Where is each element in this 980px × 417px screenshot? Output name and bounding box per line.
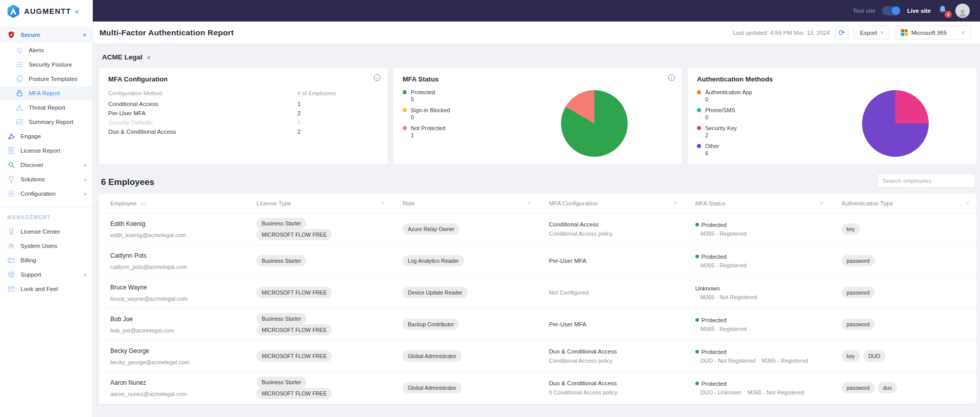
sidebar-item-solutions[interactable]: Solutions› [0, 172, 92, 186]
config-table-header: Configuration Method # of Employees [108, 90, 378, 96]
sidebar-item-billing[interactable]: Billing [0, 253, 92, 267]
chevron-down-icon[interactable]: ˅ [966, 200, 969, 206]
sidebar-item-license-report[interactable]: License Report [0, 143, 92, 158]
legend-entry: Not Protected1 [403, 125, 516, 138]
config-row: Conditional Access1 [108, 101, 378, 107]
billing-icon [7, 256, 15, 264]
employee-email: becky_george@acmelegal.com [110, 359, 238, 365]
header-actions: Last updated: 4:59 PM Mar. 13, 2024 ⟳ Ex… [733, 26, 971, 39]
sidebar-item-discover[interactable]: Discover› [0, 158, 92, 172]
column-header-role[interactable]: Role˅ [391, 194, 537, 213]
column-header-authentication-type[interactable]: Authentication Type˅ [830, 194, 976, 213]
sidebar-item-threat-report[interactable]: Threat Report [0, 100, 92, 115]
mfa-config-value: Per-User MFA [549, 258, 676, 264]
sidebar-item-system-users[interactable]: System Users [0, 239, 92, 253]
augmentt-logo-icon [6, 4, 21, 18]
sidebar-item-license-center[interactable]: License Center [0, 224, 92, 239]
mfa-config-cell: Duo & Conditional AccessConditional Acce… [537, 340, 684, 372]
license-cell: Business Starter [245, 245, 391, 277]
employees-table-card: Employee ↓↑License Type˅Role˅MFA Configu… [99, 194, 976, 404]
info-icon[interactable]: i [374, 74, 381, 81]
mfa-status-cell: ProtectedDUO - Not RegisteredM365 - Regi… [684, 340, 830, 372]
pages-icon [15, 75, 24, 83]
sidebar-item-label: License Center [21, 228, 86, 235]
role-cell: Log Analytics Reader [391, 245, 537, 277]
sort-ascending-icon[interactable]: ↑ [144, 201, 147, 206]
sidebar-item-secure[interactable]: Secure˅ [0, 27, 92, 43]
status-registration: M365 - Registered [762, 358, 808, 364]
sort-descending-icon[interactable]: ↓ [141, 201, 144, 206]
config-row: Per-User MFA2 [108, 110, 378, 116]
sidebar-item-support[interactable]: Support› [0, 267, 92, 282]
sidebar: AUGMENTT « Secure˅AlertsSecurity Posture… [0, 0, 93, 417]
search-green-icon [7, 161, 15, 169]
column-header-license-type[interactable]: License Type˅ [245, 194, 391, 213]
mfa-status-cell: ProtectedM365 - Registered [684, 308, 830, 340]
chevron-down-icon[interactable]: ˅ [820, 200, 823, 206]
legend-dot [697, 90, 701, 94]
sidebar-item-look-and-feel[interactable]: Look and Feel [0, 282, 92, 296]
mfa-status-cell: UnknownM365 - Not Registered [684, 277, 830, 308]
status-registration: M365 - Not Registered [701, 294, 757, 300]
column-header-mfa-status[interactable]: MFA Status˅ [684, 194, 830, 213]
export-button[interactable]: Export ˅ [854, 26, 890, 39]
mfa-config-value: Duo & Conditional Access [549, 348, 676, 355]
status-dot [695, 223, 699, 226]
status-registration: M365 - Not Registered [748, 389, 805, 395]
employee-row: Bob Joebob_joe@acmelegal.comBusiness Sta… [99, 308, 976, 340]
sidebar-collapse-icon[interactable]: « [75, 7, 79, 15]
user-avatar[interactable] [955, 4, 970, 18]
column-header-employee[interactable]: Employee ↓↑ [99, 194, 245, 213]
chevron-down-icon[interactable]: ˅ [528, 200, 531, 206]
search-employees-input[interactable] [877, 174, 975, 187]
chevron-down-icon: ˅ [147, 54, 150, 60]
sidebar-item-mfa-report[interactable]: MFA Report [0, 86, 92, 100]
card-title: MFA Status [403, 75, 673, 83]
card-title: Authentication Methods [697, 75, 967, 83]
config-table-rows: Conditional Access1Per-User MFA2Security… [108, 101, 378, 135]
mfa-config-policy: 0 Conditional Access policy [549, 389, 676, 395]
sidebar-item-summary-report[interactable]: Summary Report [0, 115, 92, 129]
sidebar-item-posture-templates[interactable]: Posture Templates [0, 72, 92, 86]
employee-email: edith_koenig@acmelegal.com [110, 232, 238, 238]
refresh-button[interactable]: ⟳ [835, 26, 849, 39]
auth-type-cell: password [830, 308, 976, 340]
award-icon [7, 227, 15, 236]
sidebar-item-alerts[interactable]: Alerts [0, 43, 92, 57]
sidebar-item-label: Threat Report [29, 105, 86, 111]
status-dot [695, 255, 699, 258]
authentication-methods-card: Authentication Methods Authentication Ap… [688, 68, 976, 164]
info-icon[interactable]: i [668, 74, 675, 81]
chevron-down-icon[interactable]: ˅ [674, 200, 677, 206]
badge: Business Starter [256, 313, 306, 324]
license-cell: MICROSOFT FLOW FREE [245, 277, 391, 308]
sidebar-item-engage[interactable]: Engage [0, 129, 92, 143]
status-label: Protected [702, 222, 727, 228]
sidebar-item-label: Discover [21, 162, 79, 168]
mfa-config-policy: Conditional Access policy [549, 358, 676, 364]
status-label: Protected [702, 381, 727, 387]
legend-label: Other [705, 143, 719, 149]
notifications-bell-icon[interactable]: 3 [937, 5, 949, 17]
config-method: Conditional Access [108, 101, 297, 107]
chevron-down-icon[interactable]: ˅ [381, 200, 384, 206]
shield-icon [7, 31, 15, 39]
badge: MICROSOFT FLOW FREE [256, 229, 332, 240]
card-title: MFA Configuration [108, 75, 378, 83]
config-count: 1 [297, 101, 378, 107]
employee-name: Edith Koenig [110, 220, 238, 227]
badge: duo [878, 382, 897, 393]
sidebar-item-configuration[interactable]: Configuration› [0, 186, 92, 201]
config-method: Per-User MFA [108, 110, 297, 116]
auth-methods-legend: Authentication App0Phone/SMS0Security Ke… [697, 89, 824, 161]
column-label: Employee ↓↑ [110, 200, 147, 206]
sidebar-item-label: System Users [21, 243, 86, 249]
mfa-status-card: MFA Status i Protected5Sign-in Blocked0N… [393, 68, 682, 164]
site-toggle[interactable] [882, 6, 901, 15]
integration-select[interactable]: Microsoft 365 ˅ [895, 26, 971, 39]
license-cell: Business StarterMICROSOFT FLOW FREE [245, 213, 391, 245]
sidebar-item-security-posture[interactable]: Security Posture [0, 57, 92, 72]
mfa-status-cell: ProtectedM365 - Registered [684, 245, 830, 277]
org-selector[interactable]: ACME Legal ˅ [99, 49, 976, 68]
column-header-mfa-configuration[interactable]: MFA Configuration˅ [537, 194, 684, 213]
